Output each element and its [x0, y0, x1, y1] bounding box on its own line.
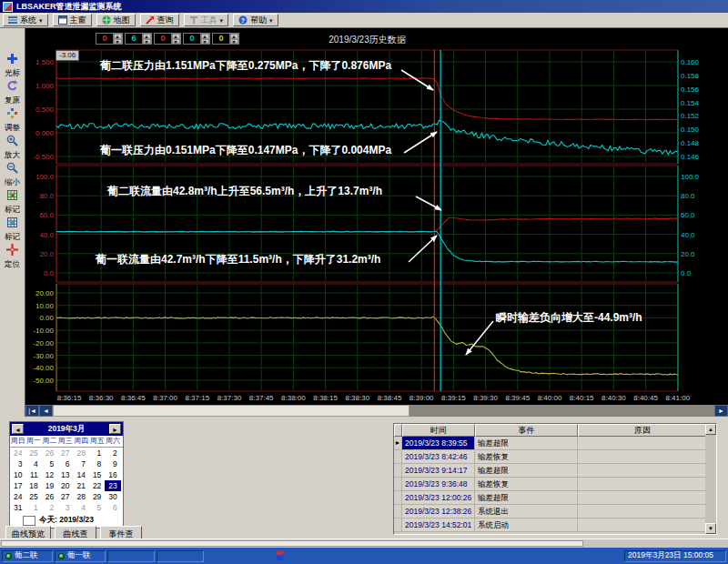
calendar-day-cell[interactable]: 31	[10, 502, 25, 513]
calendar-day-cell[interactable]: 5	[42, 458, 57, 469]
calendar-day-cell[interactable]: 1	[89, 448, 105, 458]
cell-time: 2019/3/23 12:38:26	[402, 505, 475, 519]
calendar-day-cell[interactable]: 19	[42, 480, 57, 491]
table-row[interactable]: 2019/3/23 9:14:17输差超限	[394, 464, 716, 478]
scroll-home-icon[interactable]: |◄	[25, 405, 39, 417]
calendar-day-cell[interactable]: 4	[74, 502, 89, 513]
calendar-day-cell[interactable]: 16	[105, 469, 120, 480]
menu-map-button[interactable]: 地图	[96, 14, 136, 26]
chart-area[interactable]: 2019/3/23历史数据 -3.06 |◄◄► 060001.5001.000…	[25, 28, 728, 417]
tool-locate-button[interactable]: 定位	[0, 243, 25, 268]
calendar-day-cell[interactable]: 29	[89, 491, 105, 502]
row-marker	[394, 450, 402, 464]
calendar-day-cell[interactable]: 12	[42, 469, 57, 480]
spinner-down-icon[interactable]	[114, 39, 122, 45]
calendar-day-cell[interactable]: 2	[105, 448, 120, 458]
spinner-down-icon[interactable]	[201, 39, 209, 45]
calendar-day-cell[interactable]: 27	[57, 448, 73, 458]
spinner-5[interactable]: 0	[212, 33, 239, 45]
menu-help-button[interactable]: ?帮助▾	[233, 14, 278, 26]
spinner-3[interactable]: 0	[154, 33, 181, 45]
table-row[interactable]: ►2019/3/23 8:39:55输差超限	[394, 437, 716, 450]
app-icon	[3, 2, 13, 12]
calendar-day-cell[interactable]: 7	[74, 458, 89, 469]
table-row[interactable]: 2019/3/23 12:00:26输差超限	[394, 491, 716, 505]
calendar-day-cell[interactable]: 9	[105, 458, 120, 469]
spinner-down-icon[interactable]	[172, 39, 180, 45]
tool-zoom-in-button[interactable]: 放大	[0, 134, 25, 159]
scroll-down-icon[interactable]: ▼	[705, 523, 716, 534]
chart-scrollbar[interactable]: |◄◄►	[25, 405, 728, 417]
calendar-day-cell[interactable]: 26	[42, 491, 57, 502]
calendar-prev-button[interactable]: ◄	[12, 424, 24, 434]
spinner-down-icon[interactable]	[143, 39, 151, 45]
event-table-header: 时间事件原因	[394, 424, 716, 437]
calendar-next-button[interactable]: ►	[109, 424, 121, 434]
calendar-day-cell[interactable]: 4	[25, 458, 41, 469]
calendar-day-cell[interactable]: 15	[89, 469, 105, 480]
tool-adjust-button[interactable]: 调整	[0, 106, 25, 132]
today-marker-icon	[23, 516, 35, 526]
calendar-day-cell[interactable]: 2	[42, 502, 57, 513]
calendar-weekday: 周二	[42, 436, 57, 447]
spinner-4[interactable]: 0	[183, 33, 210, 45]
scrollbar-thumb[interactable]	[1, 540, 583, 547]
column-header[interactable]: 事件	[475, 424, 578, 437]
calendar-day-cell[interactable]: 30	[105, 491, 120, 502]
row-marker	[394, 491, 402, 505]
y-axis-tick-label: 40.0	[681, 231, 719, 239]
calendar-day-cell[interactable]: 20	[57, 480, 73, 491]
column-header[interactable]: 原因	[578, 424, 707, 437]
calendar-day-cell[interactable]: 11	[25, 469, 41, 480]
tool-mark-1-button[interactable]: 标记	[0, 188, 25, 214]
scroll-right-icon[interactable]: ►	[714, 405, 728, 417]
calendar-day-cell[interactable]: 3	[57, 502, 73, 513]
calendar-day-cell[interactable]: 13	[57, 469, 73, 480]
calendar-day-cell[interactable]: 6	[57, 458, 73, 469]
scroll-left-icon[interactable]: ◄	[39, 405, 53, 417]
calendar-day-cell[interactable]: 14	[74, 469, 89, 480]
spinner-down-icon[interactable]	[230, 39, 238, 45]
menu-system-button[interactable]: 系统▾	[3, 14, 48, 26]
column-header[interactable]: 时间	[402, 424, 475, 437]
tools-icon	[189, 15, 198, 25]
menu-tools-button[interactable]: 工具▾	[184, 14, 229, 26]
calendar-day-cell[interactable]: 23	[105, 480, 120, 491]
calendar-day-cell[interactable]: 3	[10, 458, 25, 469]
calendar-day-cell[interactable]: 1	[25, 502, 41, 513]
calendar-day-cell[interactable]: 21	[74, 480, 89, 491]
calendar-day-cell[interactable]: 25	[25, 491, 41, 502]
tool-zoom-out-button[interactable]: 缩小	[0, 161, 25, 186]
table-scrollbar[interactable]: ▲▼	[705, 424, 716, 534]
scroll-up-icon[interactable]: ▲	[705, 424, 716, 435]
calendar-day-cell[interactable]: 25	[25, 448, 41, 458]
calendar-day-cell[interactable]: 26	[42, 448, 57, 458]
table-row[interactable]: 2019/3/23 14:52:01系统启动	[394, 519, 716, 532]
menu-main-window-button[interactable]: 主窗	[53, 14, 92, 26]
calendar-day-cell[interactable]: 8	[89, 458, 105, 469]
menu-label: 查询	[157, 15, 174, 26]
table-row[interactable]: 2019/3/23 12:38:26系统退出	[394, 505, 716, 519]
tool-cursor-button[interactable]: 光标	[0, 52, 25, 77]
table-row[interactable]: 2019/3/23 9:36:48输差恢复	[394, 478, 716, 491]
calendar-day-cell[interactable]: 27	[57, 491, 73, 502]
calendar-day-cell[interactable]: 5	[89, 502, 105, 513]
spinner-2[interactable]: 6	[125, 33, 152, 45]
chart-canvas[interactable]	[25, 28, 728, 417]
spinner-1[interactable]: 0	[96, 33, 123, 45]
calendar-day-cell[interactable]: 17	[10, 480, 25, 491]
menu-query-button[interactable]: 查询	[140, 14, 179, 26]
calendar-day-cell[interactable]: 28	[74, 448, 89, 458]
horizontal-scrollbar[interactable]	[0, 539, 728, 548]
tool-restore-button[interactable]: 复原	[0, 79, 25, 105]
chart-scrollbar-thumb[interactable]	[53, 405, 410, 417]
table-row[interactable]: 2019/3/23 8:42:46输差恢复	[394, 450, 716, 464]
calendar-day-cell[interactable]: 10	[10, 469, 25, 480]
calendar-day-cell[interactable]: 6	[105, 502, 120, 513]
calendar-day-cell[interactable]: 24	[10, 491, 25, 502]
calendar-day-cell[interactable]: 18	[25, 480, 41, 491]
tool-mark-2-button[interactable]: 标记	[0, 216, 25, 241]
calendar-day-cell[interactable]: 28	[74, 491, 89, 502]
calendar-day-cell[interactable]: 24	[10, 448, 25, 458]
calendar-day-cell[interactable]: 22	[89, 480, 105, 491]
